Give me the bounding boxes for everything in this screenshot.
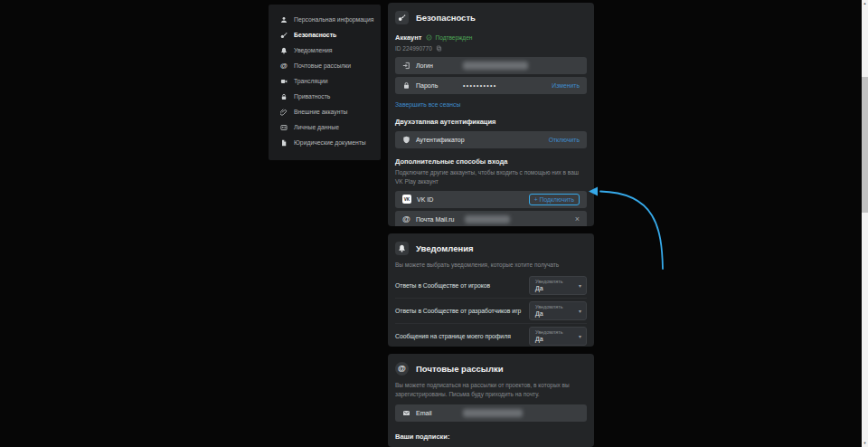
settings-content: Безопасность Аккаунт Подтвержден ID 2249… (388, 0, 594, 447)
lock-icon (402, 81, 410, 90)
login-label: Логин (416, 62, 458, 69)
extra-login-title: Дополнительные способы входа (395, 157, 587, 166)
sidebar-item-label: Юридические документы (294, 139, 366, 146)
account-id-line: ID 224990770 (395, 45, 587, 52)
sidebar-item-label: Внешние аккаунты (294, 109, 347, 115)
mailings-description: Вы можете подписаться на рассылки от про… (395, 381, 587, 399)
sidebar-item-personal-info[interactable]: Персональная информация (269, 12, 381, 27)
scroll-up-icon[interactable]: ▲ (862, 0, 868, 7)
login-icon (402, 62, 410, 70)
disable-authenticator-link[interactable]: Отключить (549, 137, 580, 143)
page-scrollbar[interactable]: ▲ ▼ (862, 0, 868, 447)
authenticator-label: Аутентификатор (416, 137, 465, 143)
mailings-header: @ Почтовые рассылки (395, 354, 587, 376)
account-id: ID 224990770 (395, 45, 432, 52)
notification-row: Сообщения на странице моего профиля Увед… (395, 323, 587, 347)
section-title: Уведомления (416, 243, 474, 253)
at-circle-icon: @ (395, 362, 409, 376)
account-label: Аккаунт (395, 33, 421, 42)
sidebar-item-label: Личные данные (294, 124, 339, 130)
select-caption: Уведомлять (535, 329, 580, 335)
notify-select[interactable]: Уведомлять Да ▾ (529, 301, 587, 320)
broadcast-icon (280, 78, 288, 85)
login-row: Логин (395, 57, 587, 74)
scrollbar-thumb[interactable] (862, 77, 868, 213)
mailings-section: @ Почтовые рассылки Вы можете подписатьс… (388, 354, 594, 447)
sidebar-item-label: Персональная информация (294, 16, 373, 23)
select-value: Да (535, 336, 580, 342)
key-icon (395, 11, 409, 24)
account-status-line: Аккаунт Подтвержден (395, 33, 587, 42)
sidebar-item-label: Почтовые рассылки (294, 62, 351, 69)
envelope-icon (402, 409, 410, 417)
notification-row-label: Ответы в Сообществе от разработчиков игр (395, 308, 529, 314)
bell-icon (280, 47, 288, 54)
sidebar-item-security[interactable]: Безопасность (269, 27, 381, 43)
notifications-section: Уведомления Вы можете выбрать уведомлени… (388, 233, 594, 347)
select-caption: Уведомлять (535, 304, 580, 309)
vk-id-row: VK VK ID + Подключить (395, 191, 587, 208)
security-section: Безопасность Аккаунт Подтвержден ID 2249… (388, 3, 594, 226)
check-circle-icon (426, 34, 432, 41)
sidebar-item-notifications[interactable]: Уведомления (269, 43, 381, 58)
end-all-sessions-link[interactable]: Завершить все сеансы (395, 101, 460, 108)
notification-settings-list: Ответы в Сообществе от игроков Уведомлят… (395, 273, 587, 347)
email-row: Email (395, 404, 587, 422)
sidebar-item-privacy[interactable]: Приватность (269, 89, 381, 104)
mailru-value-redacted (465, 215, 510, 224)
sidebar-item-label: Безопасность (294, 32, 336, 38)
mail-icon: @ (280, 62, 288, 70)
notifications-description: Вы можете выбрать уведомления, которые х… (395, 261, 587, 270)
chevron-down-icon: ▾ (579, 334, 581, 339)
link-icon (280, 109, 288, 116)
sidebar-item-streams[interactable]: Трансляции (269, 73, 381, 89)
settings-sidebar: Персональная информация Безопасность Уве… (269, 5, 381, 160)
mailru-row: @ Почта Mail.ru × (395, 211, 587, 227)
sidebar-item-legal-documents[interactable]: Юридические документы (269, 135, 381, 150)
sidebar-item-mailings[interactable]: @ Почтовые рассылки (269, 58, 381, 73)
notify-select[interactable]: Уведомлять Да ▾ (529, 327, 587, 346)
twofa-title: Двухэтапная аутентификация (395, 118, 587, 126)
notifications-header: Уведомления (395, 233, 587, 255)
sidebar-item-external-accounts[interactable]: Внешние аккаунты (269, 104, 381, 119)
remove-mailru-icon[interactable]: × (575, 215, 580, 224)
person-icon (280, 16, 288, 24)
select-caption: Уведомлять (535, 279, 580, 284)
vk-id-label: VK ID (417, 196, 433, 203)
sidebar-item-personal-data[interactable]: Личные данные (269, 119, 381, 135)
verified-badge: Подтвержден (426, 34, 472, 41)
chevron-down-icon: ▾ (579, 283, 581, 289)
key-icon (280, 32, 288, 39)
email-label: Email (416, 410, 458, 416)
password-label: Пароль (416, 82, 458, 89)
select-value: Да (535, 285, 580, 291)
sidebar-item-label: Трансляции (294, 78, 328, 84)
notify-select[interactable]: Уведомлять Да ▾ (529, 276, 587, 295)
connect-vk-id-button[interactable]: + Подключить (529, 194, 580, 205)
security-header: Безопасность (395, 3, 587, 24)
sidebar-item-label: Уведомления (294, 47, 333, 53)
password-row: Пароль •••••••••• Изменить (395, 77, 587, 94)
verified-label: Подтвержден (435, 34, 472, 41)
change-password-link[interactable]: Изменить (552, 82, 580, 89)
select-value: Да (535, 310, 580, 317)
section-title: Безопасность (416, 13, 476, 23)
subscriptions-title: Ваши подписки: (395, 433, 587, 441)
extra-login-description: Подключите другие аккаунты, чтобы входит… (395, 168, 587, 186)
email-value-redacted (463, 409, 523, 417)
chevron-down-icon: ▾ (579, 309, 581, 314)
notification-row-label: Ответы в Сообществе от игроков (395, 282, 529, 289)
at-sign-icon: @ (402, 215, 410, 224)
document-icon (280, 139, 288, 147)
password-mask: •••••••••• (463, 82, 497, 89)
section-title: Почтовые рассылки (416, 364, 504, 374)
copy-icon[interactable] (436, 45, 442, 52)
sidebar-item-label: Приватность (294, 93, 330, 100)
vk-logo-icon: VK (402, 195, 411, 204)
shield-icon (402, 136, 410, 144)
notification-row: Ответы в Сообществе от игроков Уведомлят… (395, 273, 587, 298)
notification-row-label: Сообщения на странице моего профиля (395, 333, 529, 339)
mailru-label: Почта Mail.ru (416, 216, 454, 223)
vkplay-settings-page: Персональная информация Безопасность Уве… (0, 0, 868, 447)
scroll-down-icon[interactable]: ▼ (862, 440, 868, 447)
